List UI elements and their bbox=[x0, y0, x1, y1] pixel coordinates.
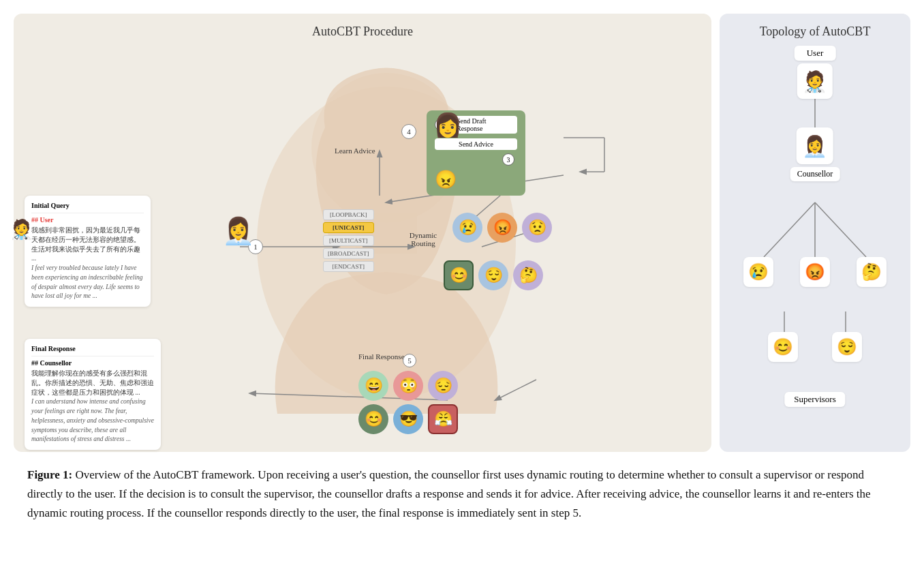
caption-label: Figure 1: bbox=[27, 468, 72, 481]
diagram-area: AutoCBT Procedure bbox=[14, 14, 910, 452]
topo-counsellor-node: 👩‍💼 Counsellor bbox=[790, 127, 840, 181]
tag-loopback: [LOOPBACK] bbox=[323, 209, 374, 220]
final-response-subtitle: ## Counsellor bbox=[31, 359, 154, 369]
initial-query-card: Initial Query ## User 我感到非常困扰，因为最近我几乎每天都… bbox=[25, 196, 151, 307]
face-grid-top: 😢 😡 😟 bbox=[452, 213, 553, 243]
step-5-circle: 5 bbox=[403, 354, 416, 367]
final-response-title: Final Response bbox=[31, 344, 154, 356]
topo-sup-face-2: 😡 bbox=[800, 257, 830, 287]
face-happy: 😄 bbox=[358, 371, 388, 401]
initial-query-english: I feel very troubled because lately I ha… bbox=[31, 264, 144, 301]
topo-supervisor-row1: 😢 😡 🤔 bbox=[730, 257, 899, 287]
final-response-english: I can understand how intense and confusi… bbox=[31, 397, 154, 444]
tag-unicast: [UNICAST] bbox=[323, 222, 374, 233]
face-purple: 🤔 bbox=[513, 260, 543, 290]
supervisors-label-box: Supervisors bbox=[784, 392, 845, 407]
face-grid-selected: 😊 😌 🤔 bbox=[444, 260, 544, 290]
face-worried: 😟 bbox=[522, 213, 552, 243]
counsellor-label-box: Counsellor bbox=[790, 167, 840, 181]
dynamic-routing-label: Dynamic Routing bbox=[399, 231, 447, 247]
face-pensive: 😔 bbox=[428, 371, 458, 401]
final-response-chinese: 我能理解你现在的感受有多么强烈和混乱。你所描述的恐惧、无助、焦虑和强迫症状，这些… bbox=[31, 369, 154, 397]
topo-supervisor-row2: 😊 😌 bbox=[730, 332, 899, 362]
face-green-selected: 😊 bbox=[444, 260, 474, 290]
topo-sup-face-4: 😊 bbox=[768, 332, 798, 362]
user-label-box: User bbox=[795, 46, 836, 61]
caption-text: Figure 1: Overview of the AutoCBT framew… bbox=[20, 466, 904, 523]
step-4-circle: 4 bbox=[401, 124, 416, 139]
topo-inner: User 🧑‍⚕️ 👩‍💼 Counsellor 😢 😡 🤔 😊 bbox=[730, 46, 899, 414]
step-3-circle: 3 bbox=[502, 153, 514, 166]
initial-query-title: Initial Query bbox=[31, 201, 144, 213]
main-container: AutoCBT Procedure bbox=[14, 14, 910, 530]
topo-sup-face-5: 😌 bbox=[832, 332, 862, 362]
proc-inner: Initial Query ## User 我感到非常困扰，因为最近我几乎每天都… bbox=[25, 46, 700, 441]
face-blue2: 😎 bbox=[393, 404, 423, 434]
send-advice-btn: Send Advice bbox=[435, 138, 517, 150]
tag-broadcast: [BROADCAST] bbox=[323, 248, 374, 259]
topology-box: Topology of AutoCBT User � bbox=[720, 14, 910, 452]
topo-counsellor-face: 👩‍💼 bbox=[797, 127, 833, 164]
final-response-card: Final Response ## Counsellor 我能理解你现在的感受有… bbox=[25, 339, 161, 450]
counsellor-figure: 👩‍💼 bbox=[222, 216, 254, 246]
topo-sup-face-1: 😢 bbox=[743, 257, 773, 287]
caption-body: Overview of the AutoCBT framework. Upon … bbox=[27, 468, 871, 519]
topo-user-face: 🧑‍⚕️ bbox=[797, 63, 833, 99]
caption-area: Figure 1: Overview of the AutoCBT framew… bbox=[14, 466, 910, 530]
user-avatar-icon: 🧑‍⚕️ bbox=[10, 216, 33, 244]
final-response-area: Final Response 5 😄 😳 😔 😊 😎 😤 bbox=[358, 352, 459, 434]
procedure-title: AutoCBT Procedure bbox=[25, 25, 700, 39]
face-green2: 😊 bbox=[358, 404, 388, 434]
face-angry2: 😡 bbox=[487, 213, 517, 243]
counsellor-face-top: 👩 bbox=[433, 111, 462, 138]
svg-line-12 bbox=[495, 380, 536, 400]
face-red-selected: 😤 bbox=[428, 404, 458, 434]
initial-query-subtitle: ## User bbox=[31, 215, 144, 226]
face-grid-bottom-row2: 😊 😎 😤 bbox=[358, 404, 459, 434]
svg-line-17 bbox=[815, 202, 866, 257]
topo-sup-face-3: 🤔 bbox=[857, 257, 887, 287]
tag-multicast: [MULTICAST] bbox=[323, 235, 374, 246]
procedure-box: AutoCBT Procedure bbox=[14, 14, 711, 452]
face-sad: 😢 bbox=[452, 213, 482, 243]
initial-query-chinese: 我感到非常困扰，因为最近我几乎每天都在经历一种无法形容的绝望感。生活对我来说似乎… bbox=[31, 226, 144, 264]
face-embarrassed: 😳 bbox=[393, 371, 423, 401]
learn-advice-label: Learn Advice bbox=[335, 147, 375, 155]
svg-line-15 bbox=[764, 202, 815, 257]
face-blue: 😌 bbox=[478, 260, 508, 290]
routing-tags: [LOOPBACK] [UNICAST] [MULTICAST] [BROADC… bbox=[323, 209, 374, 272]
topology-title: Topology of AutoCBT bbox=[730, 25, 899, 39]
tag-endcast: [ENDCAST] bbox=[323, 261, 374, 272]
face-grid-bottom-row1: 😄 😳 😔 bbox=[358, 371, 459, 401]
topo-user-node: User 🧑‍⚕️ bbox=[795, 46, 836, 99]
supervisor-face-angry: 😠 bbox=[435, 169, 517, 190]
